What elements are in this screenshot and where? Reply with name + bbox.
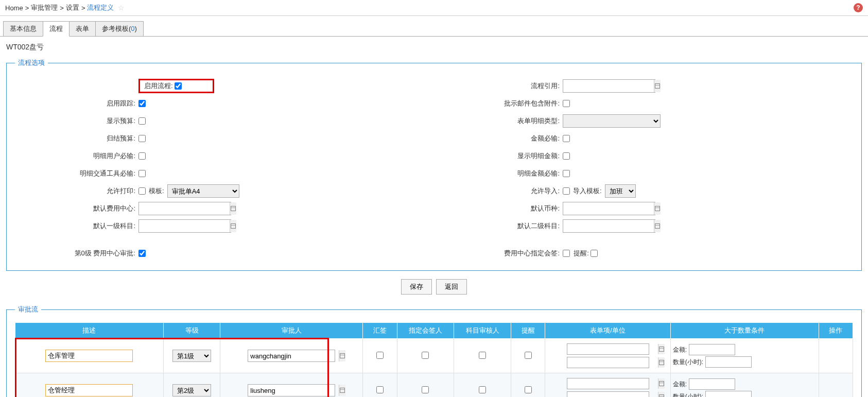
row-form-item-lookup[interactable] bbox=[567, 378, 649, 389]
detail-amount-required-label: 明细金额必输: bbox=[439, 169, 563, 178]
row-form-item-input[interactable] bbox=[567, 379, 658, 389]
row-unit-input[interactable] bbox=[567, 392, 658, 398]
row-remind-checkbox[interactable] bbox=[525, 386, 532, 393]
favorite-star-icon[interactable]: ☆ bbox=[118, 4, 125, 12]
process-ref-lookup[interactable] bbox=[563, 79, 655, 93]
allow-print-checkbox[interactable] bbox=[138, 187, 146, 195]
tab-process[interactable]: 流程 bbox=[43, 21, 70, 37]
detail-user-required-checkbox[interactable] bbox=[138, 152, 146, 160]
lookup-icon[interactable] bbox=[658, 344, 665, 354]
row-assign-countersign-checkbox[interactable] bbox=[422, 386, 429, 393]
form-detail-type-select[interactable] bbox=[563, 114, 661, 128]
fieldset-approval-flow: 审批流 描述 等级 审批人 汇签 bbox=[6, 305, 862, 397]
detail-transport-required-checkbox[interactable] bbox=[138, 170, 146, 177]
breadcrumb-l1[interactable]: 审批管理 bbox=[31, 3, 58, 12]
th-remind: 提醒 bbox=[511, 323, 545, 339]
row-assign-countersign-checkbox[interactable] bbox=[422, 352, 429, 359]
cond-qty-input[interactable] bbox=[705, 391, 752, 397]
default-l1-subject-lookup[interactable] bbox=[138, 219, 231, 233]
svg-rect-2 bbox=[231, 224, 236, 229]
legend-process-options: 流程选项 bbox=[15, 58, 48, 67]
enable-process-label: 启用流程: bbox=[144, 81, 173, 91]
row-unit-lookup[interactable] bbox=[567, 357, 649, 368]
help-icon[interactable]: ? bbox=[854, 3, 863, 12]
default-cost-center-lookup[interactable] bbox=[138, 202, 231, 215]
row-approver-lookup[interactable] bbox=[248, 384, 335, 396]
row-unit-input[interactable] bbox=[567, 358, 658, 368]
back-button[interactable]: 返回 bbox=[436, 279, 467, 295]
row-subject-reviewer-checkbox[interactable] bbox=[479, 352, 486, 359]
allow-import-label: 允许导入: bbox=[439, 186, 563, 196]
cond-amount-input[interactable] bbox=[689, 378, 735, 390]
save-button[interactable]: 保存 bbox=[401, 279, 432, 295]
svg-rect-10 bbox=[340, 354, 345, 358]
print-template-select[interactable]: 审批单A4 bbox=[167, 184, 239, 198]
lookup-icon[interactable] bbox=[230, 202, 236, 215]
row-countersign-checkbox[interactable] bbox=[376, 386, 384, 393]
lookup-icon[interactable] bbox=[230, 220, 236, 232]
breadcrumb: Home > 审批管理 > 设置 > 流程定义 ☆ ? bbox=[0, 0, 868, 16]
remind-checkbox[interactable] bbox=[591, 250, 598, 257]
enable-trace-checkbox[interactable] bbox=[138, 100, 146, 107]
row-unit-lookup[interactable] bbox=[567, 391, 649, 397]
enable-process-highlight: 启用流程: bbox=[138, 79, 214, 93]
process-ref-input[interactable] bbox=[563, 81, 654, 91]
tab-template[interactable]: 参考模板(0) bbox=[95, 21, 144, 37]
detail-transport-required-label: 明细交通工具必输: bbox=[15, 169, 138, 178]
row-approver-input[interactable] bbox=[248, 386, 339, 395]
approval-mail-attach-checkbox[interactable] bbox=[563, 100, 570, 107]
tab-form[interactable]: 表单 bbox=[69, 21, 96, 37]
breadcrumb-home[interactable]: Home bbox=[5, 4, 23, 12]
show-budget-checkbox[interactable] bbox=[138, 117, 146, 125]
lookup-icon[interactable] bbox=[339, 385, 345, 396]
default-cost-center-label: 默认费用中心: bbox=[15, 204, 138, 213]
th-form-item-unit: 表单项/单位 bbox=[545, 323, 670, 339]
row-approver-input[interactable] bbox=[248, 351, 339, 361]
row-level-select[interactable]: 第2级 bbox=[172, 384, 211, 396]
amount-required-checkbox[interactable] bbox=[563, 135, 570, 142]
default-l2-subject-input[interactable] bbox=[563, 221, 654, 231]
detail-amount-required-checkbox[interactable] bbox=[563, 170, 570, 177]
lookup-icon[interactable] bbox=[339, 350, 345, 361]
cond-qty-input[interactable] bbox=[705, 356, 752, 368]
default-l1-subject-input[interactable] bbox=[139, 221, 230, 231]
breadcrumb-sep: > bbox=[81, 4, 85, 12]
breadcrumb-current: 流程定义 bbox=[87, 3, 114, 12]
show-detail-amount-checkbox[interactable] bbox=[563, 152, 570, 160]
lookup-icon[interactable] bbox=[658, 378, 665, 389]
breadcrumb-sep: > bbox=[25, 4, 29, 12]
tab-basic[interactable]: 基本信息 bbox=[3, 21, 43, 37]
default-cost-center-input[interactable] bbox=[139, 204, 230, 214]
default-currency-lookup[interactable] bbox=[563, 202, 655, 215]
row-remind-checkbox[interactable] bbox=[525, 352, 532, 359]
allow-import-checkbox[interactable] bbox=[563, 187, 570, 195]
form-detail-type-label: 表单明细类型: bbox=[439, 116, 563, 126]
level0-cc-approval-checkbox[interactable] bbox=[138, 250, 146, 257]
summary-budget-checkbox[interactable] bbox=[138, 135, 146, 142]
default-currency-input[interactable] bbox=[563, 204, 654, 214]
row-subject-reviewer-checkbox[interactable] bbox=[479, 386, 486, 393]
lookup-icon[interactable] bbox=[658, 392, 665, 397]
row-countersign-checkbox[interactable] bbox=[376, 352, 384, 359]
default-l2-subject-lookup[interactable] bbox=[563, 219, 655, 233]
svg-rect-12 bbox=[659, 347, 664, 352]
svg-rect-0 bbox=[231, 206, 236, 211]
row-desc-input[interactable] bbox=[45, 384, 133, 396]
row-approver-lookup[interactable] bbox=[248, 350, 335, 362]
remind-label: 提醒: bbox=[574, 249, 589, 258]
row-form-item-lookup[interactable] bbox=[567, 343, 649, 355]
page-title: WT002盘亏 bbox=[6, 43, 862, 52]
enable-process-checkbox[interactable] bbox=[175, 82, 182, 90]
cond-amount-label: 金额: bbox=[673, 380, 687, 389]
row-form-item-input[interactable] bbox=[567, 344, 658, 354]
lookup-icon[interactable] bbox=[658, 357, 665, 368]
row-level-select[interactable]: 第1级 bbox=[172, 350, 211, 362]
lookup-icon[interactable] bbox=[654, 80, 661, 92]
breadcrumb-l2[interactable]: 设置 bbox=[66, 3, 79, 12]
row-desc-input[interactable] bbox=[45, 350, 133, 362]
cond-amount-input[interactable] bbox=[689, 344, 735, 355]
import-template-select[interactable]: 加班 bbox=[605, 184, 636, 198]
cc-countersign-checkbox[interactable] bbox=[563, 250, 570, 257]
lookup-icon[interactable] bbox=[654, 220, 661, 232]
lookup-icon[interactable] bbox=[654, 202, 661, 215]
